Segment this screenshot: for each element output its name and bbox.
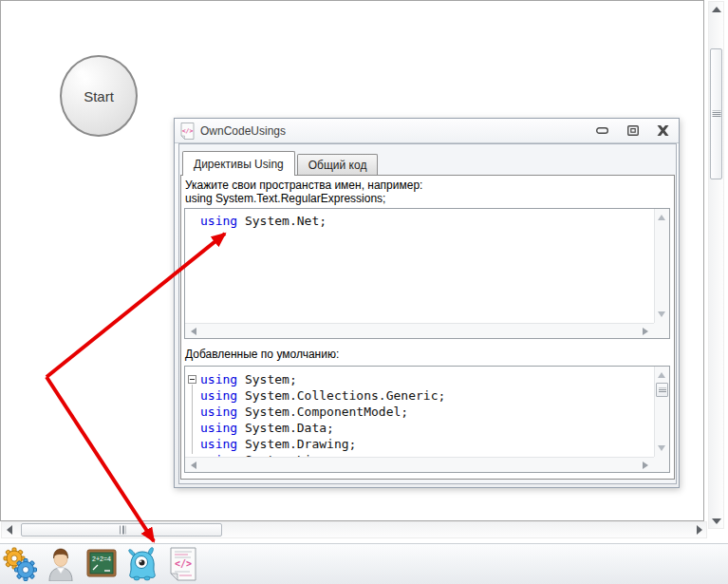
scroll-down-button[interactable]: [655, 442, 668, 455]
arrow-up-icon: [712, 7, 721, 12]
tab-page-using-directives: Укажите свои пространства имен, например…: [180, 175, 675, 480]
close-icon: [657, 125, 669, 136]
scroll-left-button[interactable]: [2, 522, 16, 537]
editor-horizontal-scrollbar[interactable]: [185, 323, 654, 338]
chalkboard-icon[interactable]: 2+2=4: [84, 546, 119, 582]
main-horizontal-scrollbar[interactable]: [1, 521, 707, 538]
own-code-usings-dialog: </> OwnCodeUsings: [174, 118, 680, 488]
code-file-icon-svg: </>: [169, 547, 197, 581]
maximize-button[interactable]: [625, 125, 640, 137]
defaults-label: Добавленные по умолчанию:: [185, 348, 339, 361]
bottom-toolbar: 2+2=4 </>: [0, 543, 728, 584]
minimize-button[interactable]: [595, 125, 609, 137]
maximize-icon: [627, 125, 639, 136]
code-keyword: using: [200, 437, 237, 451]
usings-hint-label: Укажите свои пространства имен, например…: [185, 179, 422, 205]
arrow-up-icon: [658, 215, 665, 220]
arrow-left-icon: [7, 525, 12, 535]
person-icon[interactable]: [44, 546, 78, 582]
dialog-client-area: Директивы Using Общий код Укажите свои п…: [178, 143, 677, 484]
code-line: using System.ComponentModel;: [185, 404, 654, 420]
tab-common-code[interactable]: Общий код: [297, 154, 379, 175]
code-keyword: using: [200, 405, 237, 419]
code-line: using System;: [185, 371, 654, 387]
svg-text:</>: </>: [182, 127, 194, 135]
default-usings-code[interactable]: using System;using System.Collections.Ge…: [185, 367, 654, 457]
scroll-down-button[interactable]: [709, 514, 723, 528]
code-keyword: using: [200, 372, 237, 386]
fold-collapse-icon[interactable]: [188, 375, 196, 384]
arrow-down-icon: [658, 311, 665, 317]
default-usings-viewer[interactable]: using System;using System.Collections.Ge…: [184, 366, 670, 473]
arrow-down-icon: [712, 518, 721, 524]
arrow-right-icon: [697, 525, 702, 535]
gears-icon[interactable]: [3, 546, 37, 582]
scroll-left-button[interactable]: [187, 459, 200, 472]
vertical-scroll-thumb[interactable]: [656, 383, 668, 397]
app-window: Start: [0, 0, 728, 584]
scroll-right-button[interactable]: [639, 325, 652, 338]
scroll-up-button[interactable]: [655, 368, 668, 382]
scroll-up-button[interactable]: [709, 2, 723, 16]
arrow-right-icon: [643, 462, 648, 469]
scrollbar-corner: [654, 323, 669, 338]
dialog-title: OwnCodeUsings: [200, 124, 286, 138]
close-button[interactable]: [656, 125, 670, 137]
arrow-up-icon: [658, 372, 665, 378]
code-line: using System.Drawing;: [185, 436, 654, 452]
code-text: System.Net;: [237, 214, 327, 228]
scroll-right-button[interactable]: [692, 522, 706, 537]
hint-line-1: Укажите свои пространства имен, например…: [185, 179, 422, 192]
start-node-highlight: [73, 66, 90, 80]
thumb-grip: [118, 526, 126, 535]
dialog-code-file-icon: </>: [180, 122, 195, 140]
scroll-left-button[interactable]: [187, 325, 200, 338]
alien-icon[interactable]: [125, 546, 159, 582]
code-text: System.Collections.Generic;: [237, 388, 445, 403]
code-text: System.ComponentModel;: [237, 405, 408, 419]
code-keyword: using: [200, 388, 237, 403]
code-line: using System.Data;: [185, 420, 654, 436]
scroll-down-button[interactable]: [655, 308, 668, 321]
tab-using-directives[interactable]: Директивы Using: [182, 151, 295, 176]
tab-label: Директивы Using: [194, 158, 284, 171]
code-line: using System.Net;: [185, 213, 654, 229]
code-text: System;: [237, 372, 297, 386]
chalkboard-text: 2+2=4: [92, 556, 111, 562]
scroll-right-button[interactable]: [639, 459, 652, 472]
vertical-scroll-thumb[interactable]: [710, 48, 722, 179]
tab-strip: Директивы Using Общий код: [182, 150, 378, 175]
editor-vertical-scrollbar[interactable]: [654, 209, 669, 323]
dialog-titlebar[interactable]: </> OwnCodeUsings: [175, 119, 679, 143]
window-controls: [595, 125, 670, 137]
thumb-grip: [712, 111, 720, 118]
own-usings-code[interactable]: using System.Net;: [185, 209, 654, 323]
start-node-label: Start: [84, 88, 114, 104]
gears-icon-svg: [3, 547, 37, 581]
code-keyword: using: [200, 214, 237, 228]
arrow-right-icon: [643, 328, 648, 335]
chalkboard-icon-svg: 2+2=4: [85, 547, 118, 581]
person-icon-svg: [45, 547, 77, 581]
code-text: System.Drawing;: [237, 437, 356, 451]
viewer-horizontal-scrollbar[interactable]: [185, 457, 654, 472]
scrollbar-corner: [654, 457, 669, 472]
thumb-grip: [659, 387, 666, 392]
hint-line-2: using System.Text.RegularExpressions;: [185, 192, 422, 205]
code-glyph: </>: [175, 558, 192, 569]
start-node[interactable]: Start: [60, 55, 138, 137]
code-text: System.Data;: [237, 421, 334, 435]
arrow-left-icon: [191, 328, 196, 335]
arrow-left-icon: [191, 462, 196, 469]
viewer-vertical-scrollbar[interactable]: [654, 367, 669, 457]
code-file-icon[interactable]: </>: [166, 546, 200, 582]
tab-label: Общий код: [308, 159, 367, 172]
own-usings-editor[interactable]: using System.Net;: [184, 208, 670, 339]
horizontal-scroll-thumb[interactable]: [21, 523, 222, 537]
code-line: using System.Collections.Generic;: [185, 387, 654, 404]
arrow-down-icon: [658, 445, 665, 451]
minimize-icon: [596, 127, 608, 134]
alien-icon-svg: [127, 546, 158, 582]
scroll-up-button[interactable]: [655, 211, 668, 224]
main-vertical-scrollbar[interactable]: [708, 1, 724, 529]
